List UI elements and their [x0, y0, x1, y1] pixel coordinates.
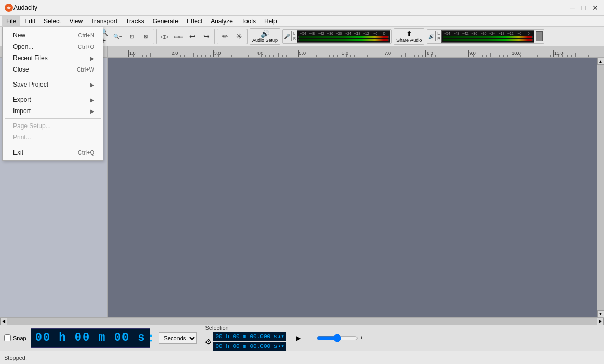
file-recent-files[interactable]: Recent Files ▶ — [3, 52, 103, 64]
draw-tool-button[interactable]: ✏ — [218, 30, 232, 43]
output-meter-group: 🔊 LR −54 −48 −42 −36 −30 −24 −18 −12 — [427, 29, 544, 44]
playback-speed-slider-container: − + — [311, 335, 363, 341]
file-close[interactable]: Close Ctrl+W — [3, 64, 103, 75]
file-page-setup: Page Setup... — [3, 120, 103, 132]
menu-item-transport[interactable]: Transport — [87, 16, 121, 27]
selection-time-1: 00 h 00 m 00.000 s ▲ ▼ — [213, 332, 286, 341]
snap-label: Snap — [13, 335, 26, 341]
play-bottom-button[interactable]: ▶ — [293, 332, 305, 344]
time-value: 00 h 00 m 00 s — [35, 331, 146, 344]
snap-checkbox[interactable] — [4, 334, 11, 341]
ruler: 1.02.03.04.05.06.07.08.09.010.011.0 — [108, 46, 597, 58]
track-canvas — [108, 58, 597, 317]
zoom-out-button[interactable]: 🔍− — [111, 30, 125, 43]
separator-1 — [5, 77, 101, 77]
multi-tool-button[interactable]: ✳ — [232, 30, 246, 43]
maximize-button[interactable]: □ — [579, 3, 588, 12]
menu-item-help[interactable]: Help — [260, 16, 281, 27]
file-open[interactable]: Open... Ctrl+O — [3, 41, 103, 52]
menu-item-edit[interactable]: Edit — [20, 16, 39, 27]
minimize-button[interactable]: ─ — [568, 3, 577, 12]
playback-speed-slider[interactable] — [317, 335, 358, 341]
audio-setup-group: 🔊 Audio Setup — [250, 28, 280, 45]
menu-item-analyze[interactable]: Analyze — [207, 16, 237, 27]
file-export[interactable]: Export ▶ — [3, 94, 103, 105]
file-dropdown: New Ctrl+N Open... Ctrl+O Recent Files ▶… — [2, 27, 103, 161]
playback-controls-bottom: ▶ — [293, 332, 305, 344]
time-spinners: ▲ ▼ — [149, 333, 153, 343]
vertical-scrollbar[interactable]: ▲ ▼ — [597, 58, 604, 317]
zoom-toggle-button[interactable]: ⊠ — [139, 30, 153, 43]
snap-control: Snap — [4, 334, 26, 341]
file-import[interactable]: Import ▶ — [3, 105, 103, 117]
menu-item-tracks[interactable]: Tracks — [121, 16, 148, 27]
scroll-up-button[interactable]: ▲ — [597, 58, 605, 65]
selection-gear-icon[interactable]: ⚙ — [205, 338, 212, 346]
undo-button[interactable]: ↩ — [186, 30, 199, 43]
status-text: Stopped. — [4, 355, 27, 361]
menu-bar: File Edit Select View Transport Tracks G… — [0, 16, 604, 27]
share-audio-button[interactable]: ⬆ Share Audio — [396, 30, 422, 43]
speed-min-label: − — [311, 335, 314, 341]
file-exit[interactable]: Exit Ctrl+Q — [3, 147, 103, 158]
selection-time-2: 00 h 00 m 00.000 s ▲ ▼ — [213, 342, 286, 351]
selection-panel: Selection ⚙ 00 h 00 m 00.000 s ▲ ▼ 00 h … — [205, 325, 286, 351]
scroll-left-button[interactable]: ◀ — [0, 318, 7, 325]
ruler-right-space — [597, 46, 604, 58]
draw-group: ✏ ✳ — [217, 29, 248, 44]
sel-spin-up-1[interactable]: ▲ — [278, 334, 280, 339]
time-spin-up[interactable]: ▲ — [149, 333, 153, 338]
input-meter-group: 🎤 LR −54 −48 −42 −36 −30 −24 −18 −12 — [282, 29, 392, 44]
menu-item-view[interactable]: View — [65, 16, 87, 27]
trim-button[interactable]: ◁▷ — [158, 30, 171, 43]
status-bar: Stopped. — [0, 351, 604, 364]
menu-item-generate[interactable]: Generate — [148, 16, 183, 27]
scroll-down-button[interactable]: ▼ — [597, 310, 605, 317]
sel-spin-down-2[interactable]: ▼ — [282, 344, 284, 348]
separator-3 — [5, 118, 101, 119]
selection-label: Selection — [205, 325, 286, 331]
bottom-bar: Snap 00 h 00 m 00 s ▲ ▼ Seconds Beats Sa… — [0, 325, 604, 351]
app-logo — [4, 3, 13, 12]
audio-setup-button[interactable]: 🔊 Audio Setup — [252, 30, 278, 43]
file-print: Print... — [3, 132, 103, 143]
menu-item-effect[interactable]: Effect — [183, 16, 207, 27]
time-display-container: 00 h 00 m 00 s ▲ ▼ — [31, 328, 153, 348]
time-display: 00 h 00 m 00 s — [31, 328, 150, 348]
title-bar: Audacity ─ □ ✕ — [0, 0, 604, 16]
edit-group: ◁▷ ▭▭ ↩ ↪ — [156, 29, 215, 44]
horizontal-scrollbar[interactable]: ◀ ▶ — [0, 317, 604, 325]
scroll-right-button[interactable]: ▶ — [597, 318, 604, 325]
menu-item-file[interactable]: File — [2, 16, 20, 27]
redo-button[interactable]: ↪ — [200, 30, 213, 43]
menu-item-select[interactable]: Select — [39, 16, 65, 27]
separator-4 — [5, 145, 101, 145]
time-unit-select[interactable]: Seconds Beats Samples — [159, 332, 197, 344]
menu-item-tools[interactable]: Tools — [237, 16, 260, 27]
sel-spin-down-1[interactable]: ▼ — [282, 334, 284, 339]
scroll-track[interactable] — [597, 65, 605, 310]
silence-button[interactable]: ▭▭ — [172, 30, 185, 43]
time-spin-down[interactable]: ▼ — [149, 338, 153, 343]
separator-2 — [5, 92, 101, 92]
zoom-group: 🔍+ 🔍− ⊡ ⊠ — [95, 29, 154, 44]
share-audio-group: ⬆ Share Audio — [394, 28, 424, 45]
file-save-project[interactable]: Save Project ▶ — [3, 79, 103, 90]
hscroll-track[interactable] — [7, 318, 597, 325]
sel-spin-up-2[interactable]: ▲ — [278, 344, 280, 348]
output-slider-handle[interactable] — [536, 31, 543, 41]
close-button[interactable]: ✕ — [591, 3, 600, 12]
title-text: Audacity — [13, 4, 600, 11]
zoom-fit-button[interactable]: ⊡ — [125, 30, 139, 43]
speed-max-label: + — [360, 335, 363, 341]
file-new[interactable]: New Ctrl+N — [3, 30, 103, 41]
